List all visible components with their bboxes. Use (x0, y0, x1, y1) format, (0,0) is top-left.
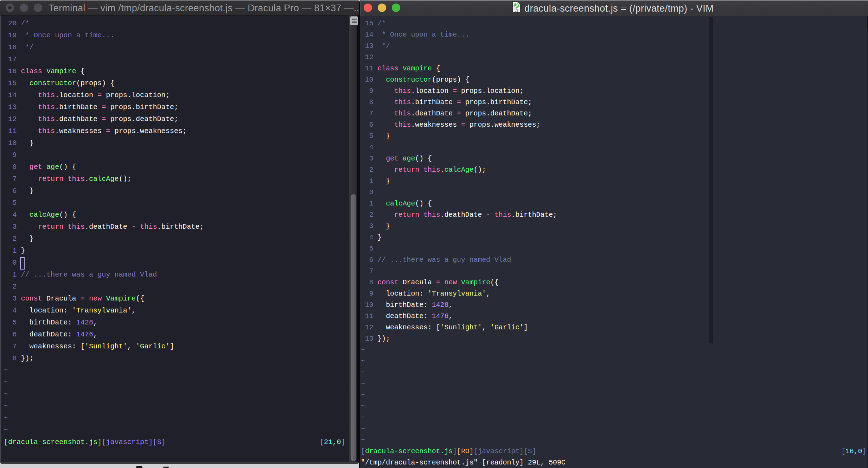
svg-text:JS: JS (515, 8, 518, 12)
